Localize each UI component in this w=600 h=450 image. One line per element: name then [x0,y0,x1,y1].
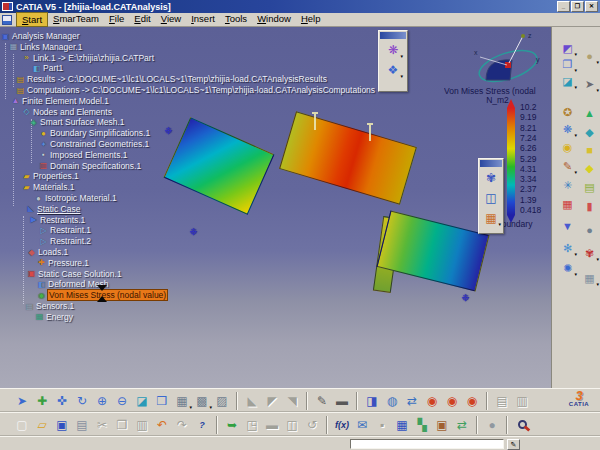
design-table-icon[interactable]: ▦ [392,415,412,434]
menu-file[interactable]: File [104,12,129,27]
tree-item-loads-1[interactable]: ◆Loads.1 [27,247,68,257]
annotate-icon[interactable]: ✎ [312,391,332,410]
search-icon[interactable] [512,415,532,434]
tree-item-materials-1[interactable]: ▰Materials.1 [22,182,75,192]
ball-icon[interactable]: ● [581,222,598,238]
tree-item-boundary-simplifications-1[interactable]: ●Boundary Simplifications.1 [39,128,150,138]
tree-item-nodes-and-elements[interactable]: ◇Nodes and Elements [22,107,112,117]
select-cursor-icon[interactable]: ➤▾ [581,76,598,92]
menu-help[interactable]: Help [296,12,326,27]
tree-item-pressure-1[interactable]: ✚Pressure.1 [37,258,89,268]
brush-icon[interactable]: ✎▾ [559,158,576,174]
exchange-icon[interactable]: ⇄ [452,415,472,434]
tree-item-restraint-2[interactable]: ▷Restraint.2 [39,236,91,246]
fly-mode-icon[interactable]: ➤ [12,391,32,410]
undo-icon[interactable]: ↶ [152,415,172,434]
box-icon[interactable]: ■ [581,142,598,158]
app-restore-button[interactable]: ❐ [571,1,584,12]
knowledge-check-2-icon[interactable]: ◉ [442,391,462,410]
tree-item-computations-c-docume-1-lc1-locals-1-temp-zhijia-load-catanalysiscomputations[interactable]: ▤Computations -> C:\DOCUME~1\lc1\LOCALS~… [16,85,375,95]
org-chart-icon[interactable]: ▚ [412,415,432,434]
app-minimize-button[interactable]: _ [557,1,570,12]
link-icon[interactable]: ⇄ [402,391,422,410]
knowledge-check-1-icon[interactable]: ◉ [422,391,442,410]
capture-icon[interactable]: ▬ [332,391,352,410]
tree-item-restraints-1[interactable]: ▶Restraints.1 [29,215,85,225]
multi-view-icon[interactable]: ❒ [152,391,172,410]
menu-insert[interactable]: Insert [186,12,220,27]
zoom-out-icon[interactable]: ⊖ [112,391,132,410]
grid-icon[interactable]: ▦▾ [581,270,598,286]
color-cube-icon[interactable]: ▦ [559,196,576,212]
tree-item-isotropic-material-1[interactable]: ●Isotropic Material.1 [34,193,117,203]
mouse-icon[interactable]: ● [482,415,502,434]
tree-item-sensors-1[interactable]: ▦Sensors.1 [25,301,74,311]
normal-view-icon[interactable]: ◪ [132,391,152,410]
color-palette-icon[interactable]: ▦▾ [481,208,501,227]
app-close-button[interactable]: ✕ [585,1,598,12]
tree-item-constrained-geometries-1[interactable]: ✦Constrained Geometries.1 [39,139,149,149]
comment-icon[interactable]: ✉ [352,415,372,434]
surface-icon[interactable]: ◪▾ [559,73,576,89]
shading-mode-icon[interactable]: ▩▾ [192,391,212,410]
menu-edit[interactable]: Edit [129,12,155,27]
power-input-button[interactable]: ✎ [507,439,520,450]
new-icon[interactable]: ▢ [12,415,32,434]
formula-icon[interactable]: f(x) [332,415,352,434]
menu-view[interactable]: View [156,12,186,27]
menu-tools[interactable]: Tools [220,12,252,27]
wheel-icon[interactable]: ✳ [559,177,576,193]
fit-all-icon[interactable]: ✚ [32,391,52,410]
pan-icon[interactable]: ✜ [52,391,72,410]
menu-start[interactable]: Start [16,12,48,27]
orbit-icon[interactable]: ✪ [559,104,576,120]
menu-window[interactable]: Window [252,12,296,27]
diamond-icon[interactable]: ◆ [581,160,598,176]
lamp-icon[interactable]: ◉ [559,139,576,155]
tree-item-finite-element-model-1[interactable]: ▲Finite Element Model.1 [11,96,109,106]
menu-smarteam[interactable]: SmarTeam [48,12,104,27]
render-mode-icon[interactable]: ▨ [212,391,232,410]
tree-item-part1[interactable]: ◧Part1 [32,63,63,73]
zoom-in-icon[interactable]: ⊕ [92,391,112,410]
workbench-icon[interactable]: ➥ [222,415,242,434]
tree-item-links-manager-1[interactable]: ▦Links Manager.1 [9,42,82,52]
image-edit-icon[interactable]: ◫ [481,188,501,207]
tree-item-imposed-elements-1[interactable]: ▪Imposed Elements.1 [39,150,127,160]
cone-icon[interactable]: ▲ [581,105,598,121]
stamp-icon[interactable]: ▼ [559,218,576,234]
viewport-3d[interactable]: ❉ ❉ ❉ ❉ x z y ▣Analysis Manager▦Links Ma… [0,27,551,388]
view-mode-icon[interactable]: ▦▾ [172,391,192,410]
tree-item-restraint-1[interactable]: ▷Restraint.1 [39,225,91,235]
tree-item-properties-1[interactable]: ▰Properties.1 [22,171,79,181]
sphere-icon[interactable]: ●▾ [581,48,598,64]
deformation-scale-icon[interactable]: ❖▾ [383,60,403,79]
view-compass[interactable]: x z y [466,28,550,94]
shaded-cube-icon[interactable]: ◩▾ [559,40,576,56]
save-icon[interactable]: ▣ [52,415,72,434]
whats-this-icon[interactable]: ? [192,415,212,434]
tree-item-energy[interactable]: ▦Energy [35,312,73,322]
animate-icon[interactable]: ✾ [481,168,501,187]
power-input-field[interactable] [350,439,504,449]
rotate-icon[interactable]: ↻ [72,391,92,410]
knowledge-check-3-icon[interactable]: ◉ [462,391,482,410]
open-icon[interactable]: ▱ [32,415,52,434]
print-icon[interactable]: ▤ [72,415,92,434]
tree-item-static-case-solution-1[interactable]: ▣Static Case Solution.1 [27,269,122,279]
berry-icon[interactable]: ✾▾ [581,245,598,261]
walk-icon[interactable]: ✻▾ [559,240,576,256]
double-cone-icon[interactable]: ◆ [581,124,598,140]
tree-item-results-c-docume-1-lc1-locals-1-temp-zhijia-load-catanalysisresults[interactable]: ▤Results -> C:\DOCUME~1\lc1\LOCALS~1\Tem… [16,74,327,84]
tree-item-link-1-e-zhijia-zhijia-catpart[interactable]: »Link.1 -> E:\zhijia\zhijia.CATPart [22,53,154,63]
tree-item-analysis-manager[interactable]: ▣Analysis Manager [1,31,80,41]
tree-item-smart-surface-mesh-1[interactable]: ◈Smart Surface Mesh.1 [29,117,125,127]
mesh-visualization-icon[interactable]: ❋▾ [383,40,403,59]
layers-icon[interactable]: ▤ [581,179,598,195]
catalog-icon[interactable]: ▣ [432,415,452,434]
world-icon[interactable]: ◍ [382,391,402,410]
toolbar-grip[interactable] [380,32,406,39]
spin-icon[interactable]: ❋▾ [559,121,576,137]
toolbar-grip[interactable] [480,160,502,167]
tree-item-static-case[interactable]: ◣Static Case [26,204,80,214]
